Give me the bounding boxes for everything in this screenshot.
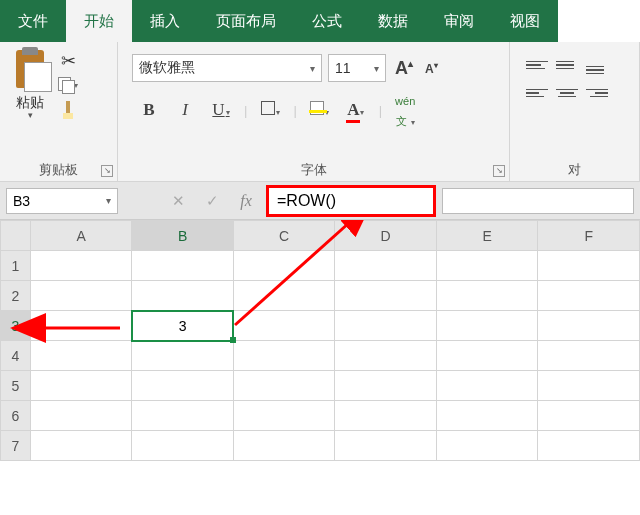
col-header-E[interactable]: E [436, 221, 538, 251]
select-all-corner[interactable] [1, 221, 31, 251]
cell[interactable] [436, 431, 538, 461]
tab-review[interactable]: 审阅 [426, 0, 492, 42]
cell[interactable] [335, 371, 437, 401]
cell[interactable] [538, 311, 640, 341]
copy-icon [58, 77, 73, 93]
cell[interactable] [233, 341, 335, 371]
row-header-2[interactable]: 2 [1, 281, 31, 311]
cell[interactable] [233, 281, 335, 311]
cell[interactable] [233, 371, 335, 401]
cell-B3[interactable]: 3 [132, 311, 234, 341]
increase-font-button[interactable]: A▴ [392, 58, 416, 79]
clipboard-launcher[interactable]: ↘ [101, 165, 113, 177]
paste-dropdown[interactable]: ▾ [28, 110, 33, 120]
row-header-4[interactable]: 4 [1, 341, 31, 371]
cell[interactable] [335, 341, 437, 371]
group-clipboard-label: 剪贴板 [8, 157, 109, 179]
align-left-button[interactable] [526, 84, 548, 102]
underline-button[interactable]: U▾ [208, 100, 234, 120]
cell[interactable] [538, 281, 640, 311]
row-header-6[interactable]: 6 [1, 401, 31, 431]
col-header-B[interactable]: B [132, 221, 234, 251]
paste-icon[interactable] [12, 50, 48, 90]
cell[interactable] [335, 431, 437, 461]
cell[interactable] [436, 371, 538, 401]
name-box[interactable]: B3 ▾ [6, 188, 118, 214]
row-header-1[interactable]: 1 [1, 251, 31, 281]
insert-function-button[interactable]: fx [232, 188, 260, 214]
cell[interactable] [538, 371, 640, 401]
cell[interactable] [538, 341, 640, 371]
accept-formula-button[interactable]: ✓ [198, 188, 226, 214]
cell[interactable] [233, 311, 335, 341]
cut-button[interactable]: ✂ [58, 52, 78, 70]
cell[interactable] [30, 341, 132, 371]
row-header-5[interactable]: 5 [1, 371, 31, 401]
align-bottom-button[interactable] [586, 56, 608, 74]
cell[interactable] [335, 251, 437, 281]
cell[interactable] [436, 281, 538, 311]
cell[interactable] [30, 371, 132, 401]
tab-layout[interactable]: 页面布局 [198, 0, 294, 42]
cell[interactable] [132, 341, 234, 371]
cancel-formula-button[interactable]: ✕ [164, 188, 192, 214]
cell[interactable] [335, 281, 437, 311]
tab-insert[interactable]: 插入 [132, 0, 198, 42]
font-name-combo[interactable]: 微软雅黑 ▾ [132, 54, 322, 82]
tab-data[interactable]: 数据 [360, 0, 426, 42]
align-middle-button[interactable] [556, 56, 578, 74]
col-header-D[interactable]: D [335, 221, 437, 251]
col-header-A[interactable]: A [30, 221, 132, 251]
phonetic-guide-button[interactable]: wén文 ▾ [392, 90, 418, 130]
font-launcher[interactable]: ↘ [493, 165, 505, 177]
italic-button[interactable]: I [172, 100, 198, 120]
align-center-button[interactable] [556, 84, 578, 102]
tab-file[interactable]: 文件 [0, 0, 66, 42]
cell[interactable] [436, 341, 538, 371]
cell[interactable] [335, 401, 437, 431]
chevron-down-icon: ▾ [310, 63, 315, 74]
cell[interactable] [233, 251, 335, 281]
cell[interactable] [132, 371, 234, 401]
chevron-down-icon: ▾ [106, 195, 111, 206]
cell[interactable] [233, 401, 335, 431]
cell[interactable] [538, 401, 640, 431]
decrease-font-button[interactable]: A▾ [422, 61, 441, 76]
tab-home[interactable]: 开始 [66, 0, 132, 42]
font-size-combo[interactable]: 11 ▾ [328, 54, 386, 82]
cell[interactable] [30, 431, 132, 461]
col-header-F[interactable]: F [538, 221, 640, 251]
cell[interactable] [436, 401, 538, 431]
cell[interactable] [335, 311, 437, 341]
cell[interactable] [132, 401, 234, 431]
cell[interactable] [132, 281, 234, 311]
cell[interactable] [132, 251, 234, 281]
format-painter-button[interactable] [58, 100, 78, 118]
align-right-button[interactable] [586, 84, 608, 102]
cell[interactable] [30, 281, 132, 311]
cell[interactable] [30, 401, 132, 431]
col-header-C[interactable]: C [233, 221, 335, 251]
cell[interactable] [538, 251, 640, 281]
cell[interactable] [30, 311, 132, 341]
tab-formula[interactable]: 公式 [294, 0, 360, 42]
formula-bar-extra[interactable] [442, 188, 634, 214]
cell[interactable] [436, 311, 538, 341]
cell[interactable] [436, 251, 538, 281]
font-color-button[interactable]: A▾ [343, 100, 369, 120]
bold-button[interactable]: B [136, 100, 162, 120]
cell[interactable] [538, 431, 640, 461]
tab-view[interactable]: 视图 [492, 0, 558, 42]
copy-button[interactable]: ▾ [58, 76, 78, 94]
row-header-7[interactable]: 7 [1, 431, 31, 461]
formula-input[interactable]: =ROW() [266, 185, 436, 217]
fx-icon: fx [240, 192, 252, 210]
row-header-3[interactable]: 3 [1, 311, 31, 341]
align-top-button[interactable] [526, 56, 548, 74]
borders-button[interactable]: ▾ [257, 100, 283, 120]
group-font: 微软雅黑 ▾ 11 ▾ A▴ A▾ B I U▾ | ▾ | ▾ A▾ | [118, 42, 510, 181]
cell[interactable] [30, 251, 132, 281]
fill-color-button[interactable]: ▾ [307, 100, 333, 120]
cell[interactable] [233, 431, 335, 461]
cell[interactable] [132, 431, 234, 461]
